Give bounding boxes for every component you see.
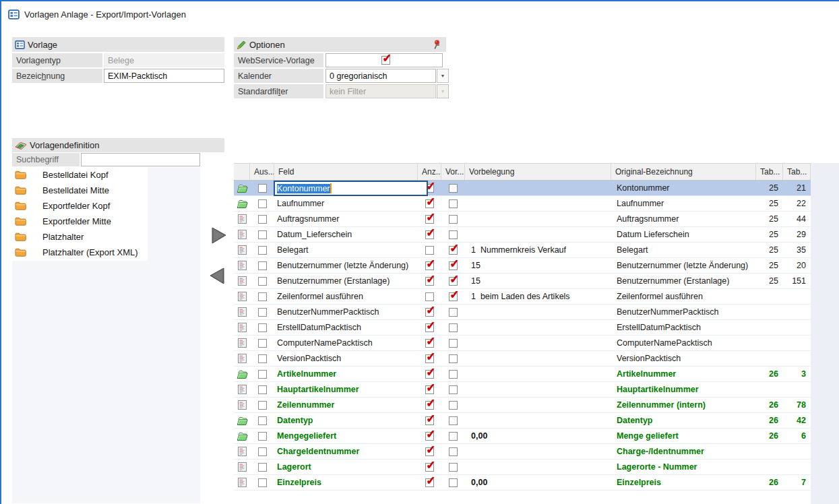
anz-checkbox[interactable]: [425, 246, 434, 255]
grid-header-vor[interactable]: Vor...: [441, 164, 465, 180]
tree-item[interactable]: Bestelldatei Mitte: [12, 183, 148, 198]
grid-header-vorbelegung[interactable]: Vorbelegung: [465, 164, 611, 180]
feld-cell[interactable]: Datum_Lieferschein: [274, 227, 418, 242]
aus-checkbox[interactable]: [258, 478, 267, 487]
table-row[interactable]: VersionPacktischVersionPacktisch: [234, 351, 811, 367]
vor-checkbox[interactable]: [449, 246, 458, 255]
feld-cell[interactable]: Laufnummer: [274, 196, 418, 211]
table-row[interactable]: Einzelpreis0,00Einzelpreis267: [234, 475, 811, 491]
table-row[interactable]: Zeilenformel ausführen1 beim Laden des A…: [234, 289, 811, 305]
tree-item[interactable]: Exportfelder Kopf: [12, 198, 148, 214]
vor-checkbox[interactable]: [449, 463, 458, 472]
aus-checkbox[interactable]: [258, 416, 267, 425]
vor-checkbox[interactable]: [449, 261, 458, 270]
anz-checkbox[interactable]: [425, 370, 434, 379]
table-row[interactable]: Mengegeliefert0,00Menge geliefert266: [234, 429, 811, 444]
feld-cell[interactable]: Mengegeliefert: [274, 429, 418, 443]
anz-checkbox[interactable]: [425, 261, 434, 270]
vor-checkbox[interactable]: [449, 184, 458, 193]
feld-cell[interactable]: Lagerort: [274, 460, 418, 474]
grid-header-tab1[interactable]: Tab...: [756, 164, 783, 180]
feld-cell[interactable]: Einzelpreis: [274, 475, 418, 490]
aus-checkbox[interactable]: [258, 230, 267, 239]
anz-checkbox[interactable]: [425, 432, 434, 441]
table-row[interactable]: Belegart1 Nummernkreis VerkaufBelegart25…: [234, 243, 811, 258]
kalender-select[interactable]: 0 gregorianisch: [325, 69, 436, 83]
feld-cell[interactable]: Benutzernummer (Erstanlage): [274, 274, 418, 288]
aus-checkbox[interactable]: [258, 354, 267, 363]
vor-checkbox[interactable]: [449, 447, 458, 456]
table-row[interactable]: ChargeIdentnummerCharge-/Identnummer: [234, 444, 811, 460]
feld-cell[interactable]: ErstellDatumPacktisch: [274, 320, 418, 335]
grid-header-icon[interactable]: [234, 164, 250, 180]
anz-checkbox[interactable]: [425, 323, 434, 332]
anz-checkbox[interactable]: [425, 277, 434, 286]
table-row[interactable]: DatentypDatentyp2642: [234, 413, 811, 429]
vor-checkbox[interactable]: [449, 416, 458, 425]
feld-cell[interactable]: Auftragsnummer: [274, 212, 418, 226]
move-right-button[interactable]: [210, 226, 228, 245]
table-row[interactable]: Benutzernummer (letzte Änderung)15Benutz…: [234, 258, 811, 274]
aus-checkbox[interactable]: [258, 463, 267, 472]
feld-cell[interactable]: Hauptartikelnummer: [274, 382, 418, 397]
vor-checkbox[interactable]: [449, 370, 458, 379]
table-row[interactable]: ArtikelnummerArtikelnummer263: [234, 367, 811, 382]
tree-item[interactable]: Bestelldatei Kopf: [12, 167, 148, 183]
tree-item[interactable]: Platzhalter: [12, 229, 148, 245]
aus-checkbox[interactable]: [258, 385, 267, 394]
kalender-dropdown-button[interactable]: ▼: [437, 69, 449, 83]
aus-checkbox[interactable]: [258, 401, 267, 410]
table-row[interactable]: ZeilennummerZeilennummer (intern)2678: [234, 398, 811, 413]
grid-header-anz[interactable]: Anz...: [418, 164, 441, 180]
table-row[interactable]: LaufnummerLaufnummer2522: [234, 196, 811, 212]
table-row[interactable]: LagerortLagerorte - Nummer: [234, 460, 811, 475]
move-left-button[interactable]: [208, 267, 226, 285]
vor-checkbox[interactable]: [449, 385, 458, 394]
feld-cell[interactable]: Zeilennummer: [274, 398, 418, 412]
webservice-checkbox[interactable]: [381, 56, 390, 65]
table-row[interactable]: ErstellDatumPacktischErstellDatumPacktis…: [234, 320, 811, 336]
anz-checkbox[interactable]: [425, 447, 434, 456]
aus-checkbox[interactable]: [258, 199, 267, 208]
anz-checkbox[interactable]: [425, 401, 434, 410]
vor-checkbox[interactable]: [449, 354, 458, 363]
aus-checkbox[interactable]: [258, 339, 267, 348]
vor-checkbox[interactable]: [449, 323, 458, 332]
suchbegriff-input[interactable]: [81, 153, 200, 166]
anz-checkbox[interactable]: [425, 308, 434, 317]
bezeichnung-input[interactable]: [104, 69, 224, 83]
anz-checkbox[interactable]: [425, 416, 434, 425]
table-row[interactable]: ComputerNamePacktischComputerNamePacktis…: [234, 336, 811, 351]
table-row[interactable]: KontonummerKontonummer2521: [234, 181, 811, 196]
feld-cell[interactable]: Belegart: [274, 243, 418, 257]
vor-checkbox[interactable]: [449, 277, 458, 286]
grid-header-aus[interactable]: Aus...: [250, 164, 274, 180]
aus-checkbox[interactable]: [258, 370, 267, 379]
table-row[interactable]: HauptartikelnummerHauptartikelnummer: [234, 382, 811, 398]
vor-checkbox[interactable]: [449, 292, 458, 301]
anz-checkbox[interactable]: [425, 199, 434, 208]
anz-checkbox[interactable]: [425, 385, 434, 394]
grid-header-feld[interactable]: Feld: [274, 164, 418, 180]
vor-checkbox[interactable]: [449, 199, 458, 208]
anz-checkbox[interactable]: [425, 339, 434, 348]
aus-checkbox[interactable]: [258, 215, 267, 224]
aus-checkbox[interactable]: [258, 447, 267, 456]
feld-cell[interactable]: Datentyp: [274, 413, 418, 428]
feld-cell[interactable]: BenutzerNummerPacktisch: [274, 305, 418, 319]
vor-checkbox[interactable]: [449, 339, 458, 348]
pin-icon[interactable]: [433, 40, 441, 50]
table-row[interactable]: AuftragsnummerAuftragsnummer2544: [234, 212, 811, 227]
feld-cell[interactable]: ComputerNamePacktisch: [274, 336, 418, 350]
tree-item[interactable]: Exportfelder Mitte: [12, 214, 148, 229]
feld-cell[interactable]: ChargeIdentnummer: [274, 444, 418, 459]
feld-cell[interactable]: Zeilenformel ausführen: [274, 289, 418, 304]
vor-checkbox[interactable]: [449, 308, 458, 317]
grid-header-original-bezeichnung[interactable]: Original-Bezeichnung: [611, 164, 756, 180]
anz-checkbox[interactable]: [425, 463, 434, 472]
feld-cell[interactable]: VersionPacktisch: [274, 351, 418, 366]
aus-checkbox[interactable]: [258, 323, 267, 332]
anz-checkbox[interactable]: [425, 230, 434, 239]
tree-item[interactable]: Platzhalter (Export XML): [12, 245, 148, 260]
feld-cell[interactable]: Artikelnummer: [274, 367, 418, 381]
